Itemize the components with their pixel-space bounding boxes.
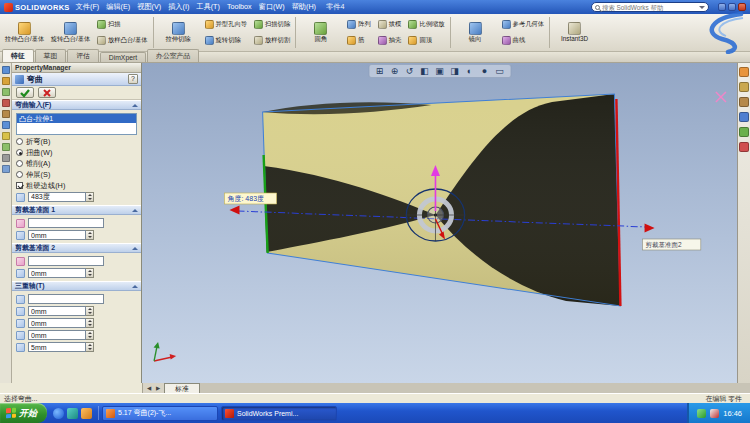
trim-plane-1-distance[interactable] xyxy=(28,230,86,240)
spinner-control[interactable] xyxy=(86,230,94,240)
section-view-icon[interactable]: ◧ xyxy=(418,66,431,76)
media-player-icon[interactable] xyxy=(81,408,92,419)
instant3d-button[interactable]: Instant3D xyxy=(552,15,597,50)
radio-twisting[interactable]: 扭曲(W) xyxy=(16,148,137,157)
radio-icon[interactable] xyxy=(16,171,23,178)
chevron-down-icon[interactable] xyxy=(699,6,705,9)
minimize-button[interactable] xyxy=(718,3,726,11)
help-button[interactable]: ? xyxy=(128,74,138,84)
apply-scene-icon[interactable]: ▭ xyxy=(493,66,506,76)
tree-strip-icon[interactable] xyxy=(2,66,10,74)
zoom-fit-icon[interactable]: ⊞ xyxy=(373,66,386,76)
loft-cut-button[interactable]: 放样切割 xyxy=(251,33,293,48)
design-library-icon[interactable] xyxy=(739,82,749,92)
group-trim-plane-1[interactable]: 剪裁基准面 1 xyxy=(12,205,141,215)
fillet-button[interactable]: 圆角 xyxy=(298,15,343,50)
radio-icon[interactable] xyxy=(16,149,23,156)
tree-strip-icon[interactable] xyxy=(2,165,10,173)
spinner-control[interactable] xyxy=(86,268,94,278)
tree-strip-icon[interactable] xyxy=(2,77,10,85)
spinner-control[interactable] xyxy=(86,330,94,340)
tab-sketch[interactable]: 草图 xyxy=(35,49,67,62)
dome-button[interactable]: 圆顶 xyxy=(405,33,447,48)
rib-button[interactable]: 筋 xyxy=(344,33,374,48)
revolve-boss-button[interactable]: 旋转凸台/基体 xyxy=(48,15,93,50)
tab-features[interactable]: 特征 xyxy=(2,49,34,62)
close-button[interactable] xyxy=(738,3,746,11)
triad-reference-selection[interactable] xyxy=(28,294,104,304)
revolve-cut-button[interactable]: 旋转切除 xyxy=(202,33,250,48)
edit-appearance-icon[interactable]: ● xyxy=(478,66,491,76)
extrude-cut-button[interactable]: 拉伸切除 xyxy=(156,15,201,50)
zoom-area-icon[interactable]: ⊕ xyxy=(388,66,401,76)
tree-strip-icon[interactable] xyxy=(2,143,10,151)
scale-button[interactable]: 比例缩放 xyxy=(405,17,447,32)
file-explorer-icon[interactable] xyxy=(739,97,749,107)
model-canvas[interactable]: 角度: 483度 剪裁基准面2 xyxy=(142,63,737,383)
collapse-chevron-icon[interactable] xyxy=(132,209,138,212)
menu-tools[interactable]: 工具(T) xyxy=(196,2,220,12)
spinner-control[interactable] xyxy=(86,306,94,316)
twist-angle-input[interactable] xyxy=(28,192,86,202)
spinner-control[interactable] xyxy=(86,192,94,202)
menu-help[interactable]: 帮助(H) xyxy=(292,2,316,12)
hard-edges-checkbox-row[interactable]: 粗硬边线(H) xyxy=(16,181,137,190)
reference-geometry-button[interactable]: 参考几何体 xyxy=(499,17,547,32)
tree-strip-icon[interactable] xyxy=(2,121,10,129)
collapse-chevron-icon[interactable] xyxy=(132,247,138,250)
appearances-icon[interactable] xyxy=(739,142,749,152)
radio-icon[interactable] xyxy=(16,160,23,167)
cancel-button[interactable] xyxy=(38,87,56,98)
tab-evaluate[interactable]: 评估 xyxy=(67,49,99,62)
sweep-button[interactable]: 扫描 xyxy=(94,17,151,32)
sweep-cut-button[interactable]: 扫描切除 xyxy=(251,17,293,32)
list-item-body[interactable]: 凸台-拉伸1 xyxy=(17,114,136,123)
menu-edit[interactable]: 编辑(E) xyxy=(106,2,130,12)
view-palette-icon[interactable] xyxy=(739,127,749,137)
start-button[interactable]: 开始 xyxy=(0,403,47,423)
tab-office-products[interactable]: 办公室产品 xyxy=(147,49,199,62)
shell-button[interactable]: 抽壳 xyxy=(375,33,405,48)
curves-button[interactable]: 曲线 xyxy=(499,33,547,48)
ime-tray-icon[interactable] xyxy=(710,409,719,418)
tab-scroll-left-icon[interactable]: ◀ xyxy=(145,385,153,391)
view-orientation-icon[interactable]: ▣ xyxy=(433,66,446,76)
tree-strip-icon[interactable] xyxy=(2,99,10,107)
radio-icon[interactable] xyxy=(16,138,23,145)
group-flex-input[interactable]: 弯曲输入(F) xyxy=(12,100,141,110)
extrude-boss-button[interactable]: 拉伸凸台/基体 xyxy=(2,15,47,50)
spinner-control[interactable] xyxy=(86,342,94,352)
radio-tapering[interactable]: 锥削(A) xyxy=(16,159,137,168)
tab-scroll-right-icon[interactable]: ▶ xyxy=(154,385,162,391)
taskbar-button-solidworks[interactable]: SolidWorks Premi... xyxy=(221,406,337,421)
menu-toolbox[interactable]: Toolbox xyxy=(227,2,252,12)
collapse-chevron-icon[interactable] xyxy=(132,104,138,107)
browser-icon[interactable] xyxy=(53,408,64,419)
desktop-icon[interactable] xyxy=(67,408,78,419)
collapse-chevron-icon[interactable] xyxy=(132,285,138,288)
model-tab[interactable]: 标准 xyxy=(164,383,200,393)
checkbox-icon[interactable] xyxy=(16,182,23,189)
triad-z-input[interactable] xyxy=(28,330,86,340)
tree-strip-icon[interactable] xyxy=(2,110,10,118)
restore-button[interactable] xyxy=(728,3,736,11)
antivirus-tray-icon[interactable] xyxy=(697,409,706,418)
draft-button[interactable]: 拔模 xyxy=(375,17,405,32)
previous-view-icon[interactable]: ↺ xyxy=(403,66,416,76)
radio-bending[interactable]: 折弯(B) xyxy=(16,137,137,146)
triad-x-input[interactable] xyxy=(28,306,86,316)
search-pane-icon[interactable] xyxy=(739,112,749,122)
pattern-button[interactable]: 阵列 xyxy=(344,17,374,32)
menu-view[interactable]: 视图(V) xyxy=(137,2,161,12)
menu-insert[interactable]: 插入(I) xyxy=(168,2,189,12)
tab-dimxpert[interactable]: DimXpert xyxy=(100,52,146,62)
mirror-button[interactable]: 镜向 xyxy=(453,15,498,50)
group-trim-plane-2[interactable]: 剪裁基准面 2 xyxy=(12,243,141,253)
menu-file[interactable]: 文件(F) xyxy=(76,2,100,12)
ok-button[interactable] xyxy=(16,87,34,98)
trim-plane-2-distance[interactable] xyxy=(28,268,86,278)
tree-strip-icon[interactable] xyxy=(2,88,10,96)
bodies-to-flex-list[interactable]: 凸台-拉伸1 xyxy=(16,113,137,135)
tree-strip-icon[interactable] xyxy=(2,154,10,162)
graphics-area[interactable]: ⊞ ⊕ ↺ ◧ ▣ ◨ ◐ ● ▭ xyxy=(142,63,737,383)
